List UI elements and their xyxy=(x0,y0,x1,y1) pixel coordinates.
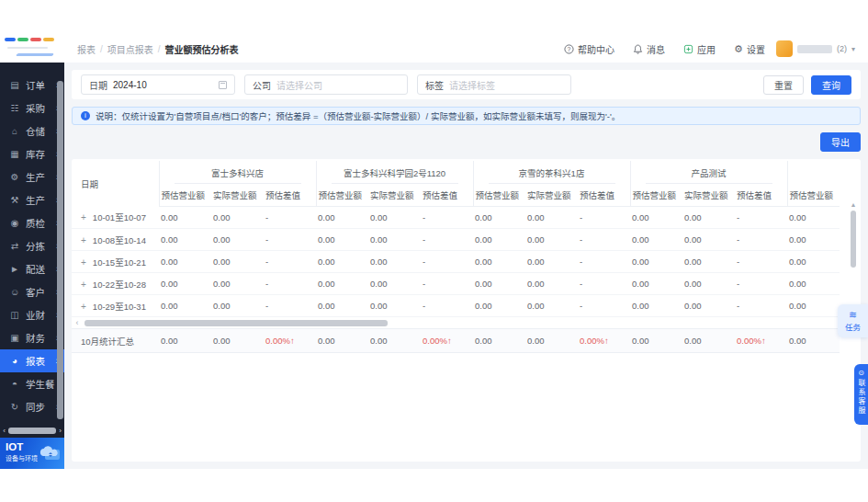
expand-row-icon[interactable]: + xyxy=(81,280,86,290)
table-cell: - xyxy=(578,273,630,295)
table-cell: 0.00 xyxy=(525,273,578,295)
search-button[interactable]: 查询 xyxy=(811,75,851,95)
tag-select[interactable]: 标签 请选择标签 xyxy=(417,74,571,95)
column-subheader: 实际营业额 xyxy=(525,184,578,207)
sidebar-item-label: 配送 xyxy=(26,262,45,276)
table-cell: 0.00 xyxy=(316,229,368,251)
summary-cell: 0.00 xyxy=(682,329,735,353)
breadcrumb-separator: / xyxy=(158,44,161,54)
customer-service-floating-button[interactable]: ⊙ 联系客服 xyxy=(854,364,868,425)
scroll-left-icon[interactable]: ‹ xyxy=(73,318,81,327)
sync-icon: ↻ xyxy=(9,402,20,412)
column-subheader: 预估营业额 xyxy=(159,184,211,207)
table-vertical-scrollbar[interactable]: ▲ ▼ xyxy=(849,201,858,315)
expand-row-icon[interactable]: + xyxy=(81,212,86,222)
row-date-cell: +10-15至10-21 xyxy=(72,251,159,273)
scroll-up-icon[interactable]: ▲ xyxy=(851,201,857,209)
table-cell: - xyxy=(264,207,316,229)
column-header-date: 日期 xyxy=(72,161,159,207)
summary-cell: 0.00 xyxy=(316,329,368,353)
table-horizontal-scrollbar[interactable]: ‹ › xyxy=(73,318,855,327)
breadcrumb-item[interactable]: 项目点报表 xyxy=(107,42,153,56)
expand-row-icon[interactable]: + xyxy=(81,235,86,245)
sidebar-item-procurement[interactable]: ☷采购› xyxy=(0,97,64,120)
sidebar-item-quality[interactable]: ◉质检› xyxy=(0,211,64,234)
iot-banner[interactable]: IOT 设备与环境 xyxy=(0,438,64,469)
expand-row-icon[interactable]: + xyxy=(81,257,86,268)
scroll-left-icon[interactable]: ‹ xyxy=(1,427,7,435)
table-cell: 0.00 xyxy=(159,295,211,317)
table-cell: 0.00 xyxy=(682,229,735,251)
app-root: 报表 / 项目点报表 / 营业额预估分析表 ? 帮助中心 消息 xyxy=(0,0,868,502)
sidebar-horizontal-scrollbar[interactable]: ‹ › xyxy=(1,427,63,435)
company-select[interactable]: 公司 请选择公司 xyxy=(244,74,408,95)
apps-button[interactable]: 应用 xyxy=(683,42,716,56)
sidebar-item-finance[interactable]: ▣财务› xyxy=(0,326,64,349)
user-name-redacted xyxy=(797,45,832,53)
avatar xyxy=(776,40,793,57)
table-cell: 0.00 xyxy=(682,251,735,273)
summary-cell: 0.00 xyxy=(630,329,682,353)
scrollbar-thumb[interactable] xyxy=(8,428,56,434)
table-cell: - xyxy=(735,273,787,295)
column-subheader: 预估营业额 xyxy=(787,184,840,207)
column-subheader: 预估差值 xyxy=(421,184,473,207)
sidebar-item-student-meal[interactable]: ◓学生餐 xyxy=(0,372,64,395)
sidebar-item-label: 采购 xyxy=(26,101,45,115)
delivery-icon: ► xyxy=(9,264,20,274)
apps-icon xyxy=(683,44,693,54)
sidebar-item-sorting[interactable]: ⇄分拣› xyxy=(0,234,64,257)
column-group-header: 京雪的茶科兴1店 xyxy=(473,161,630,184)
sidebar-vertical-scrollbar[interactable] xyxy=(57,81,63,419)
table-cell: - xyxy=(421,251,473,273)
sidebar-item-biz-finance[interactable]: ◫业财› xyxy=(0,303,64,326)
sidebar-item-production-1[interactable]: ⚙生产› xyxy=(0,165,64,188)
user-menu[interactable]: (2) ▾ xyxy=(776,40,855,57)
tag-placeholder: 请选择标签 xyxy=(449,78,495,92)
summary-cell: 0.00%↑ xyxy=(578,329,630,353)
settings-button[interactable]: ⚙ 设置 xyxy=(734,42,765,56)
sidebar-item-orders[interactable]: ▤订单› xyxy=(0,74,64,97)
sidebar-item-customers[interactable]: ☺客户› xyxy=(0,280,64,303)
column-subheader: 实际营业额 xyxy=(211,184,264,207)
reset-button[interactable]: 重置 xyxy=(763,75,804,95)
scrollbar-thumb[interactable] xyxy=(85,320,388,326)
table-cell: - xyxy=(264,295,316,317)
customers-icon: ☺ xyxy=(9,287,20,297)
sidebar-item-warehouse[interactable]: ⌂仓储› xyxy=(0,120,64,143)
column-group-header: 富士多科兴科学园2号1120 xyxy=(316,161,473,184)
scrollbar-thumb[interactable] xyxy=(851,211,856,268)
table-cell: - xyxy=(578,229,630,251)
table-cell: - xyxy=(578,295,630,317)
sidebar-item-sync[interactable]: ↻同步› xyxy=(0,395,64,418)
reports-icon: ◕ xyxy=(9,356,20,366)
summary-cell: 0.00 xyxy=(211,329,264,353)
info-icon: i xyxy=(81,111,90,120)
table-cell: - xyxy=(735,295,787,317)
help-center-button[interactable]: ? 帮助中心 xyxy=(564,42,614,56)
breadcrumb-item[interactable]: 报表 xyxy=(77,42,96,56)
expand-row-icon[interactable]: + xyxy=(81,302,86,312)
sidebar-item-reports[interactable]: ◕报表› xyxy=(0,349,64,372)
sidebar-item-delivery[interactable]: ►配送› xyxy=(0,257,64,280)
tasks-floating-button[interactable]: ≋ 任务 xyxy=(838,304,868,337)
summary-cell: 0.00 xyxy=(525,329,578,353)
bell-icon xyxy=(633,44,643,54)
calendar-icon xyxy=(219,81,227,89)
summary-cell: 0.00%↑ xyxy=(421,329,473,353)
export-row: 导出 xyxy=(72,132,861,152)
table-cell: 0.00 xyxy=(525,295,578,317)
table-cell: 0.00 xyxy=(787,207,840,229)
table-cell: 0.00 xyxy=(473,207,525,229)
tag-label: 标签 xyxy=(425,78,444,92)
main-content: 日期 2024-10 公司 请选择公司 标签 请选择标签 重置 查询 i 说明：… xyxy=(64,63,868,469)
export-button[interactable]: 导出 xyxy=(820,132,861,152)
scroll-right-icon[interactable]: › xyxy=(57,427,63,435)
table-cell: - xyxy=(264,229,316,251)
sidebar-item-label: 库存 xyxy=(26,147,45,161)
sidebar-item-inventory[interactable]: ▦库存› xyxy=(0,143,64,165)
messages-button[interactable]: 消息 xyxy=(633,42,665,56)
date-picker[interactable]: 日期 2024-10 xyxy=(81,74,235,95)
sidebar-item-production-2[interactable]: ⚒生产› xyxy=(0,188,64,211)
filter-buttons: 重置 查询 xyxy=(763,75,851,95)
